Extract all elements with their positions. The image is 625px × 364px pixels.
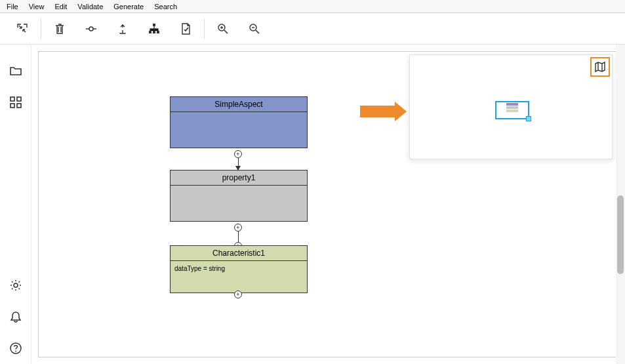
resize-handle[interactable] bbox=[526, 116, 531, 121]
zoom-in-icon[interactable] bbox=[207, 13, 239, 45]
menu-file[interactable]: File bbox=[1, 1, 24, 12]
node-property-title: property1 bbox=[171, 171, 307, 186]
callout-arrow-icon bbox=[360, 106, 396, 117]
svg-rect-5 bbox=[153, 31, 155, 33]
plus-icon[interactable]: + bbox=[234, 150, 242, 158]
node-property-body bbox=[171, 186, 307, 221]
node-characteristic[interactable]: Characteristic1 dataType = string bbox=[170, 245, 308, 293]
minimap[interactable] bbox=[409, 54, 613, 159]
svg-line-8 bbox=[224, 30, 228, 33]
plus-icon[interactable]: + bbox=[234, 224, 242, 232]
svg-line-12 bbox=[256, 30, 259, 33]
minimap-viewport[interactable] bbox=[495, 101, 529, 119]
zoom-out-icon[interactable] bbox=[239, 13, 270, 45]
svg-point-20 bbox=[15, 351, 16, 352]
scroll-thumb[interactable] bbox=[617, 195, 624, 274]
folder-icon[interactable] bbox=[0, 55, 31, 87]
svg-rect-16 bbox=[10, 104, 14, 108]
svg-rect-6 bbox=[157, 31, 159, 33]
svg-point-18 bbox=[14, 283, 18, 287]
node-property[interactable]: property1 bbox=[170, 170, 308, 222]
menu-search[interactable]: Search bbox=[149, 1, 182, 12]
node-characteristic-body: dataType = string bbox=[171, 261, 307, 293]
minimap-node bbox=[506, 103, 518, 106]
node-aspect[interactable]: SimpleAspect bbox=[170, 96, 308, 148]
collapse-icon[interactable] bbox=[75, 13, 107, 45]
menu-validate[interactable]: Validate bbox=[72, 1, 108, 12]
menu-view[interactable]: View bbox=[24, 1, 50, 12]
plus-icon[interactable]: + bbox=[234, 291, 242, 298]
canvas[interactable]: SimpleAspect + property1 + + Characteris… bbox=[31, 45, 625, 364]
node-aspect-title: SimpleAspect bbox=[171, 97, 307, 112]
fit-icon[interactable] bbox=[7, 13, 38, 45]
minimap-node bbox=[506, 110, 518, 112]
menubar: File View Edit Validate Generate Search bbox=[0, 0, 625, 13]
map-icon[interactable] bbox=[590, 57, 610, 77]
scrollbar[interactable] bbox=[616, 45, 625, 364]
expand-icon[interactable] bbox=[107, 13, 138, 45]
node-aspect-body bbox=[171, 112, 307, 148]
workspace-icon[interactable] bbox=[0, 87, 31, 118]
sidebar bbox=[0, 45, 31, 364]
menu-generate[interactable]: Generate bbox=[108, 1, 149, 12]
svg-point-0 bbox=[89, 27, 93, 31]
svg-rect-15 bbox=[17, 97, 21, 101]
minimap-node bbox=[506, 106, 518, 109]
validate-file-icon[interactable] bbox=[170, 13, 201, 45]
svg-rect-4 bbox=[149, 31, 151, 33]
help-icon[interactable] bbox=[0, 333, 31, 364]
gear-icon[interactable] bbox=[0, 270, 31, 301]
bell-icon[interactable] bbox=[0, 301, 31, 333]
svg-rect-17 bbox=[17, 104, 21, 108]
svg-rect-14 bbox=[10, 97, 14, 101]
toolbar bbox=[0, 13, 625, 45]
node-characteristic-title: Characteristic1 bbox=[171, 246, 307, 261]
layout-icon[interactable] bbox=[138, 13, 170, 45]
menu-edit[interactable]: Edit bbox=[49, 1, 72, 12]
trash-icon[interactable] bbox=[44, 13, 75, 45]
svg-rect-3 bbox=[153, 24, 155, 26]
